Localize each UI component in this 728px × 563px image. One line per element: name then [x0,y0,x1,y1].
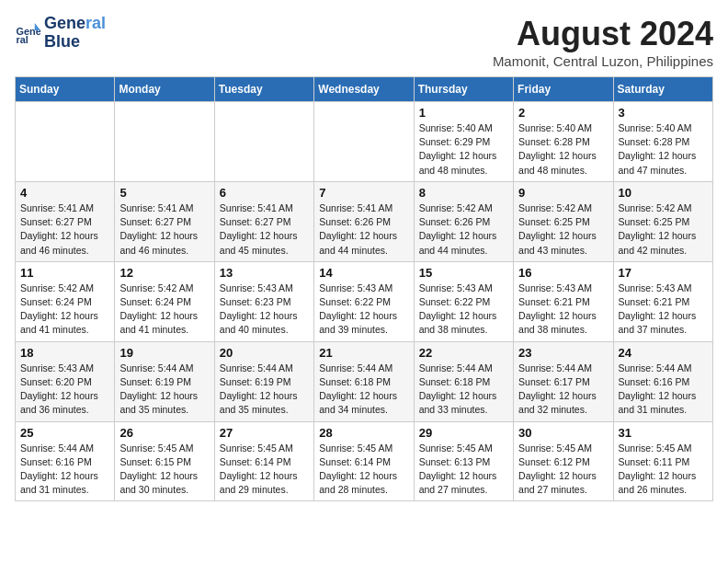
calendar-cell: 21 Sunrise: 5:44 AMSunset: 6:18 PMDaylig… [314,341,414,421]
calendar-cell: 17 Sunrise: 5:43 AMSunset: 6:21 PMDaylig… [613,261,712,341]
calendar-week-row: 11 Sunrise: 5:42 AMSunset: 6:24 PMDaylig… [16,261,713,341]
calendar-cell: 6 Sunrise: 5:41 AMSunset: 6:27 PMDayligh… [214,181,313,261]
calendar-cell [16,102,115,182]
day-info: Sunrise: 5:40 AMSunset: 6:28 PMDaylight:… [518,121,608,178]
calendar-cell: 29 Sunrise: 5:45 AMSunset: 6:13 PMDaylig… [414,421,513,501]
location: Mamonit, Central Luzon, Philippines [493,53,713,69]
day-number: 4 [20,186,109,200]
weekday-header: Friday [514,77,613,102]
day-info: Sunrise: 5:41 AMSunset: 6:26 PMDaylight:… [319,201,408,258]
day-info: Sunrise: 5:44 AMSunset: 6:16 PMDaylight:… [20,442,109,498]
day-number: 23 [518,346,608,360]
weekday-header: Tuesday [214,77,313,102]
day-info: Sunrise: 5:42 AMSunset: 6:25 PMDaylight:… [619,201,708,258]
day-number: 19 [119,346,209,360]
calendar-cell: 30 Sunrise: 5:45 AMSunset: 6:12 PMDaylig… [514,421,613,501]
weekday-header: Wednesday [314,77,414,102]
day-number: 12 [119,266,209,280]
calendar-cell: 16 Sunrise: 5:43 AMSunset: 6:21 PMDaylig… [514,261,613,341]
calendar-cell: 23 Sunrise: 5:44 AMSunset: 6:17 PMDaylig… [514,341,613,421]
day-info: Sunrise: 5:41 AMSunset: 6:27 PMDaylight:… [119,201,209,258]
day-number: 1 [419,106,508,120]
weekday-header: Sunday [16,77,115,102]
day-info: Sunrise: 5:40 AMSunset: 6:28 PMDaylight:… [619,121,708,178]
calendar-cell: 13 Sunrise: 5:43 AMSunset: 6:23 PMDaylig… [214,261,313,341]
calendar-cell: 22 Sunrise: 5:44 AMSunset: 6:18 PMDaylig… [414,341,513,421]
day-number: 26 [119,426,209,440]
day-info: Sunrise: 5:40 AMSunset: 6:29 PMDaylight:… [419,121,508,178]
weekday-header: Monday [115,77,214,102]
calendar-cell: 2 Sunrise: 5:40 AMSunset: 6:28 PMDayligh… [514,102,613,182]
day-info: Sunrise: 5:45 AMSunset: 6:15 PMDaylight:… [119,442,209,498]
calendar-cell: 12 Sunrise: 5:42 AMSunset: 6:24 PMDaylig… [115,261,214,341]
day-info: Sunrise: 5:45 AMSunset: 6:13 PMDaylight:… [419,442,508,498]
calendar-cell: 11 Sunrise: 5:42 AMSunset: 6:24 PMDaylig… [16,261,115,341]
calendar-cell: 9 Sunrise: 5:42 AMSunset: 6:25 PMDayligh… [514,181,613,261]
day-info: Sunrise: 5:42 AMSunset: 6:26 PMDaylight:… [419,201,508,258]
day-info: Sunrise: 5:43 AMSunset: 6:20 PMDaylight:… [20,362,109,418]
calendar-week-row: 4 Sunrise: 5:41 AMSunset: 6:27 PMDayligh… [16,181,713,261]
day-info: Sunrise: 5:43 AMSunset: 6:22 PMDaylight:… [319,282,408,338]
calendar-cell: 5 Sunrise: 5:41 AMSunset: 6:27 PMDayligh… [115,181,214,261]
day-number: 13 [220,266,309,280]
day-number: 10 [619,186,708,200]
logo: Gene ral General Blue [15,15,106,52]
day-number: 11 [20,266,109,280]
day-number: 9 [518,186,608,200]
day-number: 14 [319,266,408,280]
day-number: 7 [319,186,408,200]
day-info: Sunrise: 5:45 AMSunset: 6:14 PMDaylight:… [220,442,309,498]
calendar-table: SundayMondayTuesdayWednesdayThursdayFrid… [15,76,713,501]
day-number: 20 [220,346,309,360]
day-number: 27 [220,426,309,440]
day-info: Sunrise: 5:45 AMSunset: 6:14 PMDaylight:… [319,442,408,498]
calendar-week-row: 18 Sunrise: 5:43 AMSunset: 6:20 PMDaylig… [16,341,713,421]
day-number: 31 [619,426,708,440]
logo-icon: Gene ral [15,20,40,46]
calendar-cell: 14 Sunrise: 5:43 AMSunset: 6:22 PMDaylig… [314,261,414,341]
weekday-header: Thursday [414,77,513,102]
calendar-cell: 7 Sunrise: 5:41 AMSunset: 6:26 PMDayligh… [314,181,414,261]
day-info: Sunrise: 5:43 AMSunset: 6:23 PMDaylight:… [220,282,309,338]
day-info: Sunrise: 5:41 AMSunset: 6:27 PMDaylight:… [220,201,309,258]
weekday-header: Saturday [613,77,712,102]
calendar-cell: 25 Sunrise: 5:44 AMSunset: 6:16 PMDaylig… [16,421,115,501]
day-number: 3 [619,106,708,120]
calendar-cell: 28 Sunrise: 5:45 AMSunset: 6:14 PMDaylig… [314,421,414,501]
calendar-cell [214,102,313,182]
calendar-week-row: 1 Sunrise: 5:40 AMSunset: 6:29 PMDayligh… [16,102,713,182]
calendar-cell: 27 Sunrise: 5:45 AMSunset: 6:14 PMDaylig… [214,421,313,501]
page-header: Gene ral General Blue August 2024 Mamoni… [15,15,713,69]
month-title: August 2024 [493,15,713,53]
calendar-cell: 24 Sunrise: 5:44 AMSunset: 6:16 PMDaylig… [613,341,712,421]
day-info: Sunrise: 5:44 AMSunset: 6:19 PMDaylight:… [220,362,309,418]
day-number: 29 [419,426,508,440]
title-block: August 2024 Mamonit, Central Luzon, Phil… [493,15,713,69]
day-info: Sunrise: 5:44 AMSunset: 6:19 PMDaylight:… [119,362,209,418]
day-number: 21 [319,346,408,360]
day-info: Sunrise: 5:42 AMSunset: 6:25 PMDaylight:… [518,201,608,258]
day-number: 24 [619,346,708,360]
calendar-cell: 26 Sunrise: 5:45 AMSunset: 6:15 PMDaylig… [115,421,214,501]
day-info: Sunrise: 5:44 AMSunset: 6:18 PMDaylight:… [319,362,408,418]
calendar-cell: 15 Sunrise: 5:43 AMSunset: 6:22 PMDaylig… [414,261,513,341]
calendar-week-row: 25 Sunrise: 5:44 AMSunset: 6:16 PMDaylig… [16,421,713,501]
calendar-cell: 4 Sunrise: 5:41 AMSunset: 6:27 PMDayligh… [16,181,115,261]
day-info: Sunrise: 5:42 AMSunset: 6:24 PMDaylight:… [119,282,209,338]
day-info: Sunrise: 5:44 AMSunset: 6:16 PMDaylight:… [619,362,708,418]
day-info: Sunrise: 5:44 AMSunset: 6:18 PMDaylight:… [419,362,508,418]
calendar-cell: 10 Sunrise: 5:42 AMSunset: 6:25 PMDaylig… [613,181,712,261]
day-number: 6 [220,186,309,200]
day-info: Sunrise: 5:45 AMSunset: 6:12 PMDaylight:… [518,442,608,498]
calendar-cell: 18 Sunrise: 5:43 AMSunset: 6:20 PMDaylig… [16,341,115,421]
day-info: Sunrise: 5:43 AMSunset: 6:21 PMDaylight:… [619,282,708,338]
calendar-cell: 1 Sunrise: 5:40 AMSunset: 6:29 PMDayligh… [414,102,513,182]
calendar-cell: 20 Sunrise: 5:44 AMSunset: 6:19 PMDaylig… [214,341,313,421]
day-info: Sunrise: 5:45 AMSunset: 6:11 PMDaylight:… [619,442,708,498]
logo-text: General Blue [44,15,106,52]
calendar-cell: 3 Sunrise: 5:40 AMSunset: 6:28 PMDayligh… [613,102,712,182]
calendar-cell [314,102,414,182]
day-info: Sunrise: 5:41 AMSunset: 6:27 PMDaylight:… [20,201,109,258]
day-number: 30 [518,426,608,440]
day-number: 17 [619,266,708,280]
